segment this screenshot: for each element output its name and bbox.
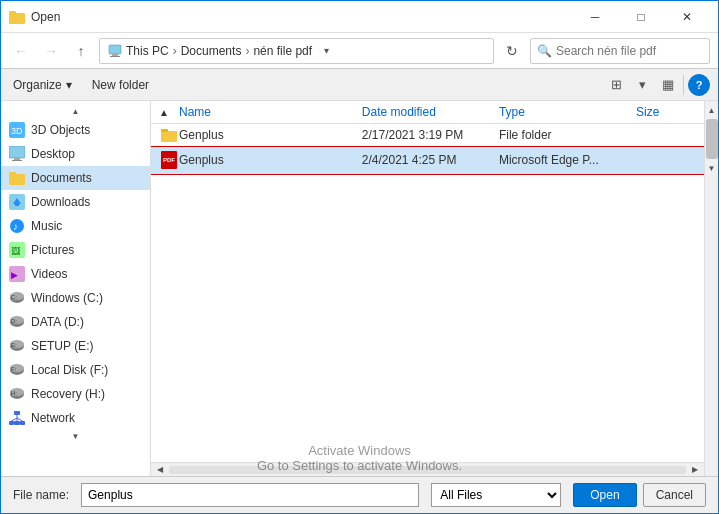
svg-rect-0 [9,13,25,24]
file-name-genplus-folder: Genplus [179,128,362,142]
videos-icon: ▶ [9,266,25,282]
layout-button[interactable]: ▦ [657,74,679,96]
help-icon: ? [696,79,703,91]
scroll-down-arrow[interactable]: ▼ [705,161,719,175]
sidebar-item-pictures[interactable]: 🖼 Pictures [1,238,150,262]
organize-button[interactable]: Organize ▾ [9,76,76,94]
sidebar-item-setup-e[interactable]: E: SETUP (E:) [1,334,150,358]
up-button[interactable]: ↑ [69,39,93,63]
column-date-modified[interactable]: Date modified [362,105,499,119]
sidebar-item-recovery-h[interactable]: H: Recovery (H:) [1,382,150,406]
svg-rect-7 [9,146,25,158]
back-button[interactable]: ← [9,39,33,63]
help-button[interactable]: ? [688,74,710,96]
sort-arrow: ▲ [159,107,179,118]
refresh-icon: ↻ [506,43,518,59]
svg-rect-38 [9,421,14,425]
sidebar-item-data-d[interactable]: D: DATA (D:) [1,310,150,334]
sidebar-scroll-down[interactable]: ▼ [1,430,150,443]
maximize-button[interactable]: □ [618,7,664,27]
view-dropdown-button[interactable]: ▾ [631,74,653,96]
column-name[interactable]: Name [179,105,362,119]
documents-icon [9,170,25,186]
breadcrumb-part-2: Documents [181,44,242,58]
table-row[interactable]: Genplus 2/17/2021 3:19 PM File folder [151,124,704,147]
minimize-button[interactable]: ─ [572,7,618,27]
svg-text:▶: ▶ [11,270,18,280]
scroll-thumb[interactable] [706,119,718,159]
filename-label: File name: [13,488,69,502]
file-name-genplus-pdf: Genplus [179,153,362,167]
cancel-button[interactable]: Cancel [643,483,706,507]
table-row[interactable]: PDF Genplus 2/4/2021 4:25 PM Microsoft E… [151,147,704,174]
open-button[interactable]: Open [573,483,636,507]
sidebar-item-documents[interactable]: Documents [1,166,150,190]
column-type[interactable]: Type [499,105,636,119]
sidebar-label-documents: Documents [31,171,92,185]
sidebar-label-setup-e: SETUP (E:) [31,339,93,353]
data-d-icon: D: [9,314,25,330]
svg-text:D:: D: [11,318,17,324]
file-date-genplus-folder: 2/17/2021 3:19 PM [362,128,499,142]
svg-rect-1 [9,11,16,14]
svg-text:♪: ♪ [13,221,18,232]
footer: File name: All Files Open Cancel [1,476,718,513]
svg-text:E:: E: [11,342,17,348]
scroll-right-icon[interactable]: ▶ [688,463,702,477]
sidebar-item-windows-c[interactable]: C: Windows (C:) [1,286,150,310]
search-box: 🔍 [530,38,710,64]
column-size[interactable]: Size [636,105,696,119]
toolbar: Organize ▾ New folder ⊞ ▾ ▦ ? [1,69,718,101]
scroll-left-icon[interactable]: ◀ [153,463,167,477]
sidebar-item-videos[interactable]: ▶ Videos [1,262,150,286]
svg-rect-36 [14,411,20,415]
network-icon [9,410,25,426]
file-date-genplus-pdf: 2/4/2021 4:25 PM [362,153,499,167]
folder-icon [159,128,179,142]
sidebar-item-downloads[interactable]: Downloads [1,190,150,214]
sidebar-item-network[interactable]: Network [1,406,150,430]
sidebar-item-local-disk-f[interactable]: F: Local Disk (F:) [1,358,150,382]
scroll-track[interactable] [169,466,686,474]
svg-rect-3 [112,54,118,56]
sidebar-label-recovery-h: Recovery (H:) [31,387,105,401]
sidebar-item-desktop[interactable]: Desktop [1,142,150,166]
breadcrumb-sep-1: › [173,44,177,58]
breadcrumb-sep-2: › [245,44,249,58]
scroll-up-arrow[interactable]: ▲ [705,103,719,117]
setup-e-icon: E: [9,338,25,354]
svg-line-42 [17,418,23,421]
organize-label: Organize [13,78,62,92]
sidebar-item-3d-objects[interactable]: 3D 3D Objects [1,118,150,142]
sidebar-scroll-up[interactable]: ▲ [1,105,150,118]
sidebar-item-music[interactable]: ♪ Music [1,214,150,238]
layout-icon: ▦ [662,77,674,92]
sidebar-label-network: Network [31,411,75,425]
recovery-h-icon: H: [9,386,25,402]
filetype-select[interactable]: All Files [431,483,561,507]
forward-button[interactable]: → [39,39,63,63]
search-input[interactable] [556,44,706,58]
breadcrumb-dropdown[interactable]: ▾ [316,45,336,56]
footer-buttons: Open Cancel [573,483,706,507]
new-folder-button[interactable]: New folder [88,76,153,94]
filename-input[interactable] [81,483,419,507]
breadcrumb-part-1: This PC [126,44,169,58]
title-folder-icon [9,9,25,25]
svg-rect-4 [110,56,120,57]
view-dropdown-icon: ▾ [639,77,646,92]
refresh-button[interactable]: ↻ [500,39,524,63]
sidebar-label-3d-objects: 3D Objects [31,123,90,137]
open-dialog: Open ─ □ ✕ ← → ↑ This PC › Documents › [0,0,719,514]
window-title: Open [31,10,60,24]
breadcrumb[interactable]: This PC › Documents › nén file pdf ▾ [99,38,494,64]
svg-text:3D: 3D [11,126,23,136]
view-toggle-button[interactable]: ⊞ [605,74,627,96]
horizontal-scrollbar[interactable]: ◀ ▶ [151,462,704,476]
up-icon: ↑ [78,43,85,59]
vertical-scrollbar[interactable]: ▲ ▼ [704,101,718,476]
close-button[interactable]: ✕ [664,7,710,27]
main-content: ▲ 3D 3D Objects Desktop Documents [1,101,718,476]
organize-arrow-icon: ▾ [66,78,72,92]
svg-rect-14 [15,204,19,206]
